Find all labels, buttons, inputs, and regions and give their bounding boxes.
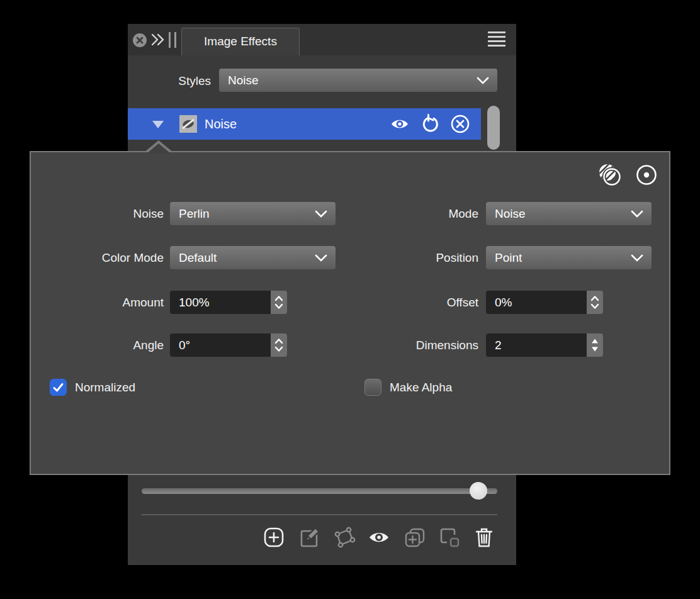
dimensions-control: 2 [486,333,603,357]
amount-label: Amount [31,291,164,314]
position-label: Position [346,246,478,269]
offset-control: 0% [486,291,603,314]
center-point-icon[interactable] [634,162,659,188]
copy-style-button[interactable] [437,526,462,551]
tab-image-effects[interactable]: Image Effects [181,28,300,55]
layer-thumbnail [179,115,197,133]
panel-header: Image Effects [128,24,516,55]
normalized-label: Normalized [75,379,135,396]
opacity-slider-track[interactable] [142,488,497,494]
styles-dropdown-value: Noise [228,74,259,87]
angle-control: 0° [170,333,287,357]
styles-dropdown[interactable]: Noise [219,69,497,92]
remove-circle-x-icon[interactable] [449,113,471,135]
angle-label: Angle [31,333,164,357]
add-button[interactable] [261,526,286,551]
visibility-button[interactable] [366,526,392,551]
dimensions-stepper[interactable] [587,333,603,357]
add-icon [262,526,285,551]
visibility-eye-icon[interactable] [389,113,410,135]
mode-label: Mode [346,202,478,225]
trash-icon [473,526,495,551]
effect-layer-row[interactable]: Noise [128,108,481,140]
color-mode-label: Color Mode [31,246,164,269]
mode-dropdown[interactable]: Noise [486,202,652,225]
edit-button[interactable] [296,526,322,551]
make-alpha-checkbox[interactable] [364,379,381,396]
duplicate-plus-icon [404,526,426,551]
hamburger-menu-icon[interactable] [488,31,505,48]
mesh-warp-button[interactable] [332,526,357,551]
effect-row-name: Noise [205,108,237,140]
offset-label: Offset [346,291,478,314]
color-mode-dropdown[interactable]: Default [170,246,336,269]
vertical-scrollbar[interactable] [487,106,500,150]
visibility-eye-icon [367,526,391,551]
amount-stepper[interactable] [271,291,287,314]
expand-triangle-icon[interactable] [152,121,164,128]
footer-divider [142,514,497,515]
copy-style-squares-icon [438,526,461,551]
texture-fill-icon[interactable] [597,162,622,188]
delete-button[interactable] [471,526,497,551]
make-alpha-label: Make Alpha [390,379,452,396]
position-dropdown[interactable]: Point [486,246,652,269]
duplicate-button[interactable] [402,526,427,551]
edit-pencil-icon [298,526,320,551]
offset-stepper[interactable] [587,291,603,314]
normalized-checkbox[interactable] [50,379,67,396]
noise-type-label: Noise [31,202,164,225]
close-panel-button[interactable] [133,33,147,47]
mesh-warp-icon [332,526,356,551]
styles-label: Styles [147,69,211,92]
noise-type-dropdown[interactable]: Perlin [170,202,336,225]
angle-stepper[interactable] [271,333,287,357]
reset-icon[interactable] [420,113,441,135]
noise-effect-popup: Noise Perlin Mode Noise Color Mode Defau… [30,151,670,475]
opacity-slider-knob[interactable] [470,482,487,500]
amount-control: 100% [170,291,287,314]
dimensions-input[interactable]: 2 [486,333,587,357]
offset-input[interactable]: 0% [486,291,587,314]
drag-handle-bars[interactable] [168,32,178,48]
collapse-chevrons-icon[interactable] [150,32,166,50]
dimensions-label: Dimensions [346,333,478,357]
angle-input[interactable]: 0° [170,333,271,357]
amount-input[interactable]: 100% [170,291,271,314]
